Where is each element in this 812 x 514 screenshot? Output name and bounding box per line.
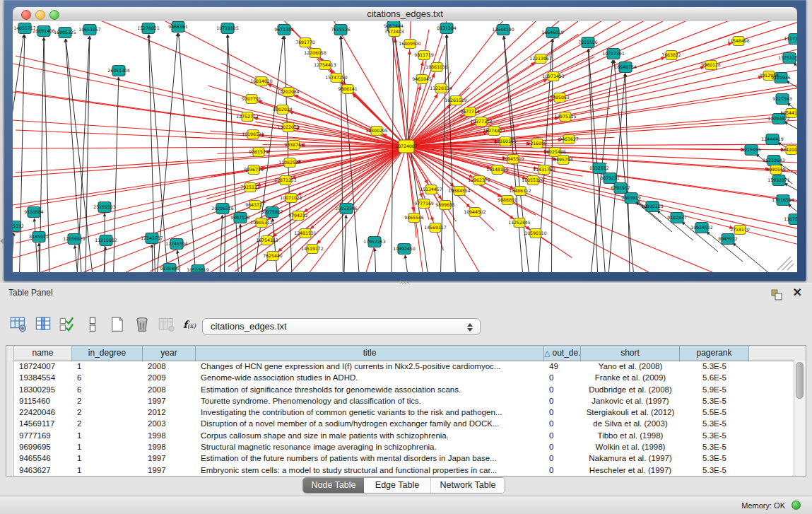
table-row[interactable]: 2242004622012Investigating the contribut… — [6, 407, 794, 418]
cell-name[interactable]: 18724007 — [14, 361, 72, 372]
cell-in_degree[interactable]: 6 — [72, 372, 143, 383]
cell-pagerank[interactable]: 5.3E-5 — [680, 430, 749, 441]
cell-out_de[interactable]: 0 — [544, 430, 581, 441]
cell-in_degree[interactable]: 2 — [72, 418, 143, 429]
column-header-out_de[interactable]: △out_de... — [544, 346, 581, 361]
cell-in_degree[interactable]: 1 — [72, 430, 143, 441]
cell-short[interactable]: Nakamura et al. (1997) — [581, 452, 680, 464]
cell-year[interactable]: 2008 — [143, 384, 196, 395]
column-header-pagerank[interactable]: pagerank — [680, 346, 749, 361]
cell-title[interactable]: Disruption of a novel member of a sodium… — [196, 418, 544, 429]
cell-pagerank[interactable]: 5.3E-5 — [680, 452, 749, 464]
delete-table-icon[interactable] — [134, 317, 151, 332]
cell-year[interactable]: 2003 — [143, 418, 196, 429]
cell-in_degree[interactable]: 1 — [72, 465, 143, 476]
cell-in_degree[interactable]: 6 — [72, 384, 143, 395]
cell-short[interactable]: Dudbridge et al. (2008) — [581, 384, 680, 395]
cell-year[interactable]: 1997 — [143, 452, 196, 464]
cell-short[interactable]: Jankovic et al. (1997) — [581, 395, 680, 407]
cell-year[interactable]: 1998 — [143, 430, 196, 441]
column-header-in_degree[interactable]: in_degree — [72, 346, 143, 361]
cell-pagerank[interactable]: 5.3E-5 — [680, 441, 749, 452]
cell-pagerank[interactable]: 5.3E-5 — [680, 395, 749, 407]
table-row[interactable]: 969969511998Structural magnetic resonanc… — [6, 441, 794, 452]
column-header-short[interactable]: short — [581, 346, 680, 361]
column-header-year[interactable]: year — [143, 346, 196, 361]
scrollbar-thumb[interactable] — [796, 362, 804, 399]
cell-year[interactable]: 2012 — [143, 407, 196, 418]
table-row[interactable]: 946554611997Estimation of the future num… — [6, 452, 794, 464]
table-row[interactable]: 1830029562008Estimation of significance … — [6, 384, 794, 395]
canvas-resize-grip[interactable] — [777, 257, 794, 270]
cell-short[interactable]: Stergiakouli et al. (2012) — [581, 407, 680, 418]
table-selector-dropdown[interactable]: citations_edges.txt — [202, 318, 481, 335]
table-row[interactable]: 911546021997Tourette syndrome. Phenomeno… — [6, 395, 794, 407]
cell-title[interactable]: Tourette syndrome. Phenomenology and cla… — [196, 395, 544, 407]
cell-name[interactable]: 9699695 — [14, 441, 72, 452]
cell-pagerank[interactable]: 5.3E-5 — [680, 418, 749, 429]
cell-name[interactable]: 9463627 — [14, 465, 72, 476]
table-row[interactable]: 1938455462009Genome-wide association stu… — [6, 372, 794, 383]
cell-pagerank[interactable]: 5.3E-5 — [680, 465, 749, 476]
table-row[interactable]: 977716911998Corpus callosum shape and si… — [6, 430, 794, 441]
network-window[interactable]: citations_edges.txt 14055717208914061690… — [4, 0, 806, 281]
window-titlebar[interactable]: citations_edges.txt — [13, 7, 797, 22]
cell-pagerank[interactable]: 5.9E-5 — [680, 384, 749, 395]
function-builder-icon[interactable]: f(x) — [183, 319, 203, 330]
cell-pagerank[interactable]: 5.6E-5 — [680, 372, 749, 383]
cell-name[interactable]: 14569117 — [14, 418, 72, 429]
column-header-name[interactable]: name — [14, 346, 72, 361]
cell-title[interactable]: Investigating the contribution of common… — [196, 407, 544, 418]
memory-status-indicator[interactable] — [792, 501, 801, 510]
table-row[interactable]: 1456911722003Disruption of a novel membe… — [6, 418, 794, 429]
show-columns-icon[interactable] — [35, 317, 52, 332]
cell-in_degree[interactable]: 2 — [72, 395, 143, 407]
splitter-grip[interactable] — [400, 281, 408, 284]
cell-out_de[interactable]: 0 — [544, 407, 581, 418]
cell-name[interactable]: 9777169 — [14, 430, 72, 441]
float-panel-icon[interactable] — [771, 289, 782, 300]
cell-year[interactable]: 2009 — [143, 372, 196, 383]
tab-network-table[interactable]: Network Table — [430, 478, 505, 493]
toggle-rows-icon[interactable] — [84, 317, 101, 332]
cell-year[interactable]: 1997 — [143, 465, 196, 476]
cell-in_degree[interactable]: 1 — [72, 452, 143, 464]
cell-short[interactable]: Franke et al. (2009) — [581, 372, 680, 383]
cell-short[interactable]: Tibbo et al. (1998) — [581, 430, 680, 441]
cell-out_de[interactable]: 0 — [544, 418, 581, 429]
cell-title[interactable]: Corpus callosum shape and size in male p… — [196, 430, 544, 441]
cell-out_de[interactable]: 49 — [544, 361, 581, 372]
cell-year[interactable]: 1998 — [143, 441, 196, 452]
cell-out_de[interactable]: 0 — [544, 372, 581, 383]
panel-collapse-arrow[interactable] — [0, 238, 4, 245]
column-header-title[interactable]: title — [196, 346, 544, 361]
cell-short[interactable]: de Silva et al. (2003) — [581, 418, 680, 429]
cell-out_de[interactable]: 0 — [544, 395, 581, 407]
new-table-icon[interactable] — [109, 317, 126, 332]
table-row[interactable]: 1872400712008Changes of HCN gene express… — [6, 361, 794, 372]
tab-edge-table[interactable]: Edge Table — [364, 478, 430, 493]
cell-name[interactable]: 9465546 — [14, 452, 72, 464]
cell-short[interactable]: Wolkin et al. (1998) — [581, 441, 680, 452]
cell-name[interactable]: 19384554 — [14, 372, 72, 383]
table-row[interactable]: 946362711997Embryonic stem cells: a mode… — [6, 465, 794, 476]
cell-name[interactable]: 18300295 — [14, 384, 72, 395]
cell-pagerank[interactable]: 5.3E-5 — [680, 361, 749, 372]
cell-name[interactable]: 22420046 — [14, 407, 72, 418]
cell-year[interactable]: 2008 — [143, 361, 196, 372]
tab-node-table[interactable]: Node Table — [303, 478, 364, 493]
cell-year[interactable]: 1997 — [143, 395, 196, 407]
table-settings-icon[interactable] — [10, 317, 27, 332]
cell-out_de[interactable]: 0 — [544, 441, 581, 452]
network-graph-canvas[interactable]: 1405571720891406169053251065325715276021… — [13, 21, 797, 272]
cell-title[interactable]: Estimation of the future numbers of pati… — [196, 452, 544, 464]
vertical-scrollbar[interactable] — [794, 361, 806, 476]
cell-title[interactable]: Embryonic stem cells: a model to study s… — [196, 465, 544, 476]
import-table-icon[interactable] — [158, 317, 175, 332]
cell-in_degree[interactable]: 1 — [72, 361, 143, 372]
cell-in_degree[interactable]: 2 — [72, 407, 143, 418]
cell-out_de[interactable]: 0 — [544, 452, 581, 464]
cell-title[interactable]: Estimation of significance thresholds fo… — [196, 384, 544, 395]
cell-out_de[interactable]: 0 — [544, 465, 581, 476]
cell-title[interactable]: Changes of HCN gene expression and I(f) … — [196, 361, 544, 372]
